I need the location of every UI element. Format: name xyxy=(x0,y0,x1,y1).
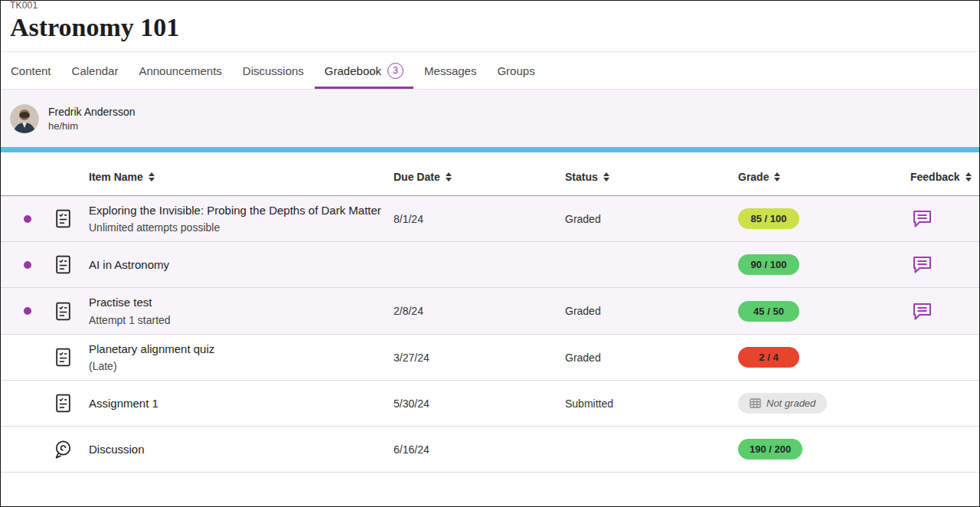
item-subtext: Unlimited attempts possible xyxy=(89,221,381,234)
table-header-row: Item Name Due Date Status Grade Feedback xyxy=(1,171,979,196)
app-window: TK001 Astronomy 101 Content Calendar Ann… xyxy=(0,0,980,507)
grade-value: 90 / 100 xyxy=(751,259,787,270)
assignment-icon xyxy=(54,254,73,275)
new-item-indicator-dot xyxy=(24,215,31,223)
tab-gradebook[interactable]: Gradebook 3 xyxy=(315,52,413,89)
discussion-icon xyxy=(53,439,73,460)
item-name-link[interactable]: AI in Astronomy xyxy=(89,257,381,273)
item-name-link[interactable]: Planetary alignment quiz xyxy=(89,342,381,357)
item-name-link[interactable]: Discussion xyxy=(89,442,381,457)
tab-messages[interactable]: Messages xyxy=(414,52,486,89)
sort-icon[interactable] xyxy=(965,172,972,182)
sort-icon[interactable] xyxy=(603,172,609,182)
tab-content[interactable]: Content xyxy=(1,52,61,89)
due-date: 8/1/24 xyxy=(394,213,565,225)
column-header-feedback[interactable]: Feedback xyxy=(910,171,972,183)
course-title: Astronomy 101 xyxy=(10,13,970,42)
sort-icon[interactable] xyxy=(149,172,155,182)
tab-label: Groups xyxy=(497,64,534,77)
gradebook-row[interactable]: Assignment 1 5/30/24 Submitted xyxy=(1,381,979,427)
tab-calendar[interactable]: Calendar xyxy=(62,52,129,89)
tab-label: Content xyxy=(11,64,51,77)
course-header: TK001 Astronomy 101 xyxy=(1,1,979,51)
tab-label: Messages xyxy=(424,64,476,77)
student-bar: Fredrik Andersson he/him xyxy=(1,90,979,147)
grade-pill[interactable]: 85 / 100 xyxy=(738,208,799,229)
column-header-due-date[interactable]: Due Date xyxy=(394,171,565,183)
status-text: Graded xyxy=(565,213,738,225)
column-header-item-name[interactable]: Item Name xyxy=(81,171,394,183)
tab-groups[interactable]: Groups xyxy=(487,52,544,89)
grade-pill[interactable]: 45 / 50 xyxy=(738,301,799,322)
rubric-grid-icon xyxy=(750,398,761,408)
item-name-link[interactable]: Exploring the Invisible: Probing the Dep… xyxy=(89,203,381,218)
gradebook-row[interactable]: Practise test Attempt 1 started 2/8/24 G… xyxy=(1,288,979,334)
status-text: Submitted xyxy=(565,397,738,410)
student-name: Fredrik Andersson xyxy=(48,106,136,118)
new-item-indicator-dot xyxy=(24,307,31,315)
grade-pill[interactable]: Not graded xyxy=(738,393,827,414)
tab-discussions[interactable]: Discussions xyxy=(233,52,314,89)
assignment-icon xyxy=(54,393,73,414)
gradebook-row[interactable]: Planetary alignment quiz (Late) 3/27/24 … xyxy=(1,335,979,381)
sort-icon[interactable] xyxy=(774,172,780,182)
due-date: 6/16/24 xyxy=(394,443,565,456)
sort-icon[interactable] xyxy=(446,172,452,182)
tab-label: Calendar xyxy=(72,64,119,77)
assignment-icon xyxy=(54,301,73,322)
student-pronouns: he/him xyxy=(48,120,136,132)
grade-value: 190 / 200 xyxy=(750,443,791,455)
item-name-link[interactable]: Assignment 1 xyxy=(89,396,381,411)
new-item-indicator-dot xyxy=(24,261,31,269)
grade-value: 2 / 4 xyxy=(759,352,778,363)
gradebook-row[interactable]: Discussion 6/16/24 190 / 200 xyxy=(1,427,979,473)
item-name-link[interactable]: Practise test xyxy=(89,295,381,310)
feedback-icon[interactable] xyxy=(912,302,933,321)
grade-value: 85 / 100 xyxy=(751,213,787,224)
course-code: TK001 xyxy=(10,0,970,11)
tab-label: Announcements xyxy=(139,64,221,77)
assignment-icon xyxy=(54,208,73,229)
assignment-icon xyxy=(54,347,73,368)
status-text: Graded xyxy=(565,305,738,317)
due-date: 2/8/24 xyxy=(394,305,565,317)
feedback-icon[interactable] xyxy=(912,209,933,228)
grade-value: 45 / 50 xyxy=(753,306,784,317)
due-date: 5/30/24 xyxy=(394,397,565,410)
due-date: 3/27/24 xyxy=(394,352,565,364)
column-header-status[interactable]: Status xyxy=(565,171,738,183)
gradebook-row[interactable]: Exploring the Invisible: Probing the Dep… xyxy=(1,196,979,242)
item-subtext: (Late) xyxy=(89,359,381,373)
grade-pill[interactable]: 2 / 4 xyxy=(738,347,799,368)
accent-divider-bar xyxy=(1,147,979,152)
item-subtext: Attempt 1 started xyxy=(89,313,381,327)
student-avatar[interactable] xyxy=(10,104,39,133)
grade-pill[interactable]: 190 / 200 xyxy=(738,439,802,460)
feedback-icon[interactable] xyxy=(912,255,933,274)
status-text: Graded xyxy=(565,352,738,364)
grade-value: Not graded xyxy=(766,397,815,409)
grade-pill[interactable]: 90 / 100 xyxy=(738,254,799,275)
gradebook-table: Item Name Due Date Status Grade Feedback xyxy=(1,152,979,473)
tab-count-badge: 3 xyxy=(387,63,403,79)
tab-announcements[interactable]: Announcements xyxy=(129,52,231,89)
tab-label: Discussions xyxy=(243,64,304,77)
tab-label: Gradebook xyxy=(325,64,381,77)
column-header-grade[interactable]: Grade xyxy=(738,171,910,183)
course-tab-bar: Content Calendar Announcements Discussio… xyxy=(1,51,979,90)
gradebook-row[interactable]: AI in Astronomy 90 / 100 xyxy=(1,242,979,288)
